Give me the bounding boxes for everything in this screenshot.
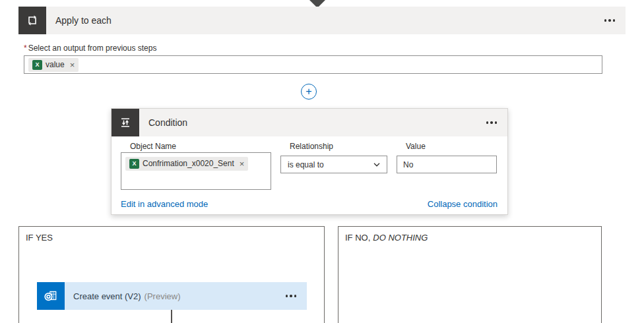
object-name-label: Object Name [130, 142, 176, 151]
apply-to-each-header[interactable]: Apply to each [18, 7, 626, 34]
token-label: Confrimation_x0020_Sent [143, 159, 234, 168]
preview-badge: (Preview) [145, 291, 181, 301]
output-input[interactable]: X value × [24, 55, 602, 74]
if-no-label: IF NO,DO NOTHING [345, 233, 428, 243]
excel-icon: X [32, 60, 42, 70]
if-yes-label: IF YES [26, 233, 53, 243]
value-label: Value [406, 142, 426, 151]
ellipsis-icon [286, 295, 297, 297]
collapse-condition-link[interactable]: Collapse condition [428, 199, 498, 209]
apply-to-each-title: Apply to each [55, 15, 112, 26]
apply-to-each-loop-icon [18, 7, 46, 34]
value-token[interactable]: X value × [28, 58, 79, 72]
object-name-token[interactable]: X Confrimation_x0020_Sent × [125, 157, 248, 171]
condition-menu-button[interactable] [476, 116, 508, 129]
insert-step-button[interactable]: + [301, 84, 317, 100]
condition-title: Condition [148, 117, 187, 128]
if-no-label-text: IF NO, [345, 233, 370, 243]
relationship-selected-value: is equal to [288, 160, 324, 169]
remove-token-icon[interactable]: × [70, 61, 75, 69]
relationship-select[interactable]: is equal to [280, 156, 387, 173]
excel-icon-glyph: X [132, 160, 136, 167]
relationship-label: Relationship [290, 142, 333, 151]
value-field-text: No [403, 160, 413, 169]
chevron-down-icon [373, 163, 380, 167]
excel-icon-glyph: X [35, 61, 39, 68]
token-label: value [46, 60, 65, 69]
outlook-calendar-icon [37, 282, 65, 310]
apply-to-each-menu-button[interactable] [594, 14, 626, 27]
condition-header[interactable]: Condition [112, 109, 507, 136]
edit-advanced-mode-link[interactable]: Edit in advanced mode [121, 199, 208, 209]
do-nothing-label: DO NOTHING [373, 233, 428, 243]
create-event-menu-button[interactable] [275, 289, 307, 303]
create-event-card[interactable]: Create event (V2) (Preview) [37, 282, 307, 310]
create-event-title: Create event (V2) [73, 291, 141, 301]
ellipsis-icon [604, 19, 616, 22]
condition-card: Condition Object Name Relationship Value… [111, 108, 508, 215]
if-no-branch: IF NO,DO NOTHING [338, 226, 602, 323]
plus-icon: + [306, 86, 311, 97]
select-output-label-text: Select an output from previous steps [28, 44, 157, 53]
value-field[interactable]: No [397, 156, 497, 173]
select-output-label: *Select an output from previous steps [24, 44, 156, 53]
if-yes-branch: IF YES Create event (V2) (Preview) [18, 226, 325, 323]
object-name-field[interactable]: X Confrimation_x0020_Sent × [121, 152, 271, 190]
condition-branch-icon [112, 109, 139, 136]
flow-designer-canvas: Apply to each *Select an output from pre… [0, 0, 644, 323]
ellipsis-icon [486, 121, 498, 124]
remove-token-icon[interactable]: × [240, 160, 245, 168]
required-asterisk: * [24, 44, 27, 53]
excel-icon: X [129, 159, 139, 169]
connector-line [171, 310, 172, 323]
